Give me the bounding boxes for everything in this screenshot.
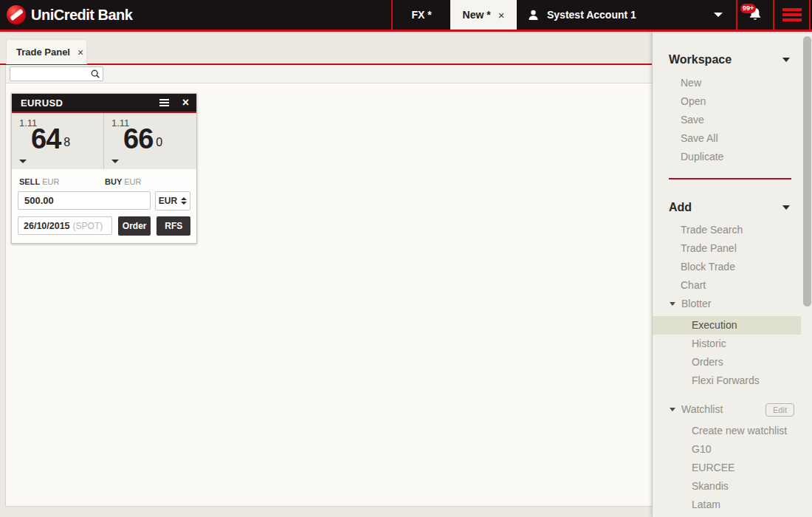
sidebar-divider	[669, 178, 791, 179]
add-section: Add Trade Search Trade Panel Block Trade…	[653, 196, 812, 514]
sidebar-item-chart[interactable]: Chart	[653, 276, 812, 295]
spinner-icon	[181, 197, 187, 205]
chevron-down-icon	[19, 160, 27, 163]
currency-pair-title: EURUSD	[21, 97, 159, 109]
user-icon	[527, 9, 540, 21]
currency-select[interactable]: EUR	[155, 191, 190, 210]
chevron-down-icon	[111, 160, 119, 163]
tab-trade-panel[interactable]: Trade Panel ×	[6, 39, 87, 64]
workspace-tab-fx-label: FX *	[411, 9, 431, 21]
tenor-text: (SPOT)	[73, 221, 103, 231]
workspace-section-header[interactable]: Workspace	[653, 48, 812, 72]
logo-slash-shape	[10, 9, 24, 21]
sidebar-item-block-trade[interactable]: Block Trade	[653, 258, 812, 276]
sidebar-item-open[interactable]: Open	[653, 92, 812, 111]
application-window: UniCredit Bank FX * New * × Systest Acco…	[0, 0, 812, 517]
buy-price-pip: 0	[156, 136, 162, 148]
add-section-header[interactable]: Add	[653, 196, 812, 219]
sidebar-item-eurcee[interactable]: EURCEE	[653, 459, 812, 477]
chevron-down-icon	[782, 205, 790, 210]
hamburger-menu-icon	[782, 8, 802, 21]
rfs-button[interactable]: RFS	[156, 216, 190, 236]
sell-price-button[interactable]: 1.11 648	[12, 113, 104, 169]
close-icon[interactable]: ×	[78, 47, 83, 58]
date-row: 26/10/2015 (SPOT) Order RFS	[18, 216, 190, 236]
sidebar-scrollbar[interactable]	[803, 36, 811, 307]
value-date-text: 26/10/2015	[24, 221, 70, 231]
add-section-title: Add	[669, 201, 692, 214]
workspace-tab-new-label: New *	[463, 9, 491, 21]
price-row: 1.11 648 1.11 660	[12, 113, 196, 169]
buy-currency-text: EUR	[124, 177, 141, 186]
workspace-section-title: Workspace	[669, 53, 732, 66]
buy-price-points: 66	[123, 123, 153, 154]
unicredit-logo-icon	[7, 5, 26, 24]
side-labels-row: SELLEUR BUYEUR	[12, 169, 196, 186]
amount-input[interactable]	[18, 191, 151, 210]
close-icon[interactable]: ×	[498, 9, 505, 21]
buy-side-label: BUYEUR	[105, 177, 190, 186]
account-name: Systest Account 1	[547, 9, 636, 21]
sidebar-item-save[interactable]: Save	[653, 111, 812, 129]
notification-badge: 99+	[740, 4, 756, 13]
blotter-group-label: Blotter	[681, 295, 711, 313]
account-selector[interactable]: Systest Account 1	[517, 0, 736, 30]
top-bar: UniCredit Bank FX * New * × Systest Acco…	[0, 0, 812, 30]
search-icon	[90, 69, 100, 79]
sell-action-text: SELL	[19, 177, 40, 186]
amount-row: EUR	[18, 191, 190, 210]
sidebar-group-watchlist[interactable]: Watchlist Edit	[653, 400, 812, 419]
tabs-accent-line	[0, 64, 653, 65]
notifications-button[interactable]: 99+	[736, 0, 773, 30]
chevron-down-icon	[782, 58, 790, 62]
sidebar-item-create-new-watchlist[interactable]: Create new watchlist	[653, 422, 812, 440]
tab-trade-panel-label: Trade Panel	[16, 47, 70, 58]
sell-price-points: 64	[31, 123, 61, 154]
close-icon[interactable]: ×	[182, 97, 189, 109]
brand-name: UniCredit Bank	[31, 7, 132, 24]
sidebar-group-blotter[interactable]: Blotter	[653, 295, 812, 313]
instrument-search-box[interactable]	[10, 66, 103, 81]
main-content-panel: EURUSD × 1.11 648 1.11 660 SELL	[5, 65, 653, 507]
sidebar-item-new[interactable]: New	[653, 74, 812, 92]
edit-watchlist-button[interactable]: Edit	[765, 403, 794, 417]
sidebar-item-trade-panel[interactable]: Trade Panel	[653, 239, 812, 258]
sell-price-pip: 8	[63, 136, 70, 148]
sell-side-label: SELLEUR	[19, 177, 105, 186]
watchlist-group-label: Watchlist	[681, 400, 723, 419]
sidebar-item-duplicate[interactable]: Duplicate	[653, 148, 812, 166]
sidebar-menu: Workspace New Open Save Save All Duplica…	[652, 32, 812, 517]
workspace-tab-new[interactable]: New * ×	[450, 0, 517, 30]
value-date-field[interactable]: 26/10/2015 (SPOT)	[18, 216, 112, 235]
sidebar-item-orders[interactable]: Orders	[653, 353, 812, 372]
brand-logo: UniCredit Bank	[7, 5, 132, 24]
search-input[interactable]	[10, 69, 90, 79]
trade-tile-header: EURUSD ×	[12, 94, 196, 112]
triangle-down-icon	[670, 408, 675, 411]
instrument-search-row	[6, 65, 652, 83]
sidebar-item-g10[interactable]: G10	[653, 440, 812, 459]
top-accent-line	[0, 30, 812, 32]
tile-menu-icon[interactable]	[159, 99, 169, 106]
trade-tile-widget: EURUSD × 1.11 648 1.11 660 SELL	[11, 93, 197, 244]
main-menu-button[interactable]	[773, 0, 811, 30]
sidebar-item-trade-search[interactable]: Trade Search	[653, 221, 812, 239]
sidebar-item-skandis[interactable]: Skandis	[653, 477, 812, 496]
sidebar-item-flexi-forwards[interactable]: Flexi Forwards	[653, 372, 812, 390]
order-button[interactable]: Order	[118, 216, 151, 236]
buy-action-text: BUY	[105, 177, 122, 186]
sidebar-item-save-all[interactable]: Save All	[653, 129, 812, 148]
workspace-section: Workspace New Open Save Save All Duplica…	[653, 32, 812, 166]
workspace-tab-fx[interactable]: FX *	[391, 0, 450, 30]
chevron-down-icon	[714, 13, 723, 17]
currency-select-value: EUR	[159, 196, 177, 206]
sidebar-item-historic[interactable]: Historic	[653, 335, 812, 353]
sidebar-item-latam[interactable]: Latam	[653, 496, 812, 514]
triangle-down-icon	[670, 302, 675, 306]
buy-price-button[interactable]: 1.11 660	[104, 113, 196, 169]
sidebar-item-execution[interactable]: Execution	[653, 316, 801, 335]
sell-currency-text: EUR	[42, 177, 59, 186]
